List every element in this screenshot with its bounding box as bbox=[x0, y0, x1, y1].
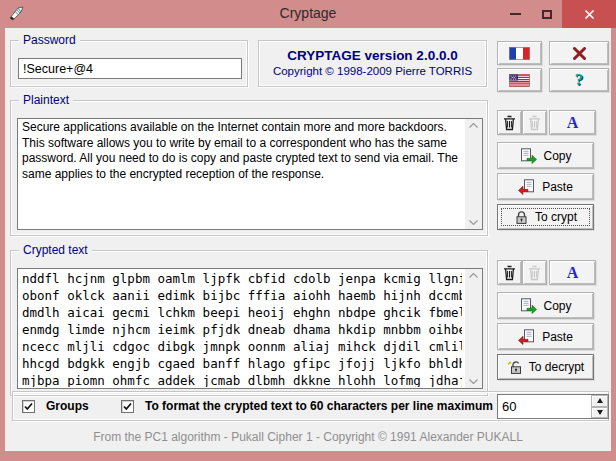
password-input[interactable] bbox=[18, 58, 242, 79]
english-language-button[interactable] bbox=[497, 68, 542, 92]
letter-a-icon: A bbox=[567, 264, 579, 282]
paste-button-label: Paste bbox=[542, 180, 573, 194]
letter-a-icon: A bbox=[567, 114, 579, 132]
trash-icon bbox=[502, 115, 517, 131]
groups-checkbox[interactable] bbox=[22, 400, 35, 413]
french-language-button[interactable] bbox=[497, 41, 542, 65]
open-padlock-key-icon bbox=[507, 360, 523, 375]
checkmark-icon bbox=[122, 401, 133, 412]
maximize-button[interactable] bbox=[531, 0, 562, 28]
plaintext-copy-button[interactable]: Copy bbox=[497, 142, 594, 169]
titlebar[interactable]: Cryptage bbox=[0, 0, 616, 28]
line-length-input[interactable] bbox=[502, 398, 586, 415]
to-crypt-button-label: To crypt bbox=[535, 210, 577, 224]
crypted-paste-button[interactable]: Paste bbox=[497, 323, 594, 350]
password-label: Password bbox=[19, 33, 80, 47]
groups-option: Groups bbox=[22, 392, 89, 420]
spin-buttons bbox=[591, 395, 608, 418]
to-decrypt-button[interactable]: To decrypt bbox=[497, 354, 594, 380]
crypted-clear-button[interactable] bbox=[497, 260, 522, 285]
scroll-down-icon[interactable] bbox=[469, 220, 478, 225]
options-panel: Groups To format the crypted text to 60 … bbox=[12, 391, 609, 421]
status-bar: From the PC1 algorithm - Pukall Cipher 1… bbox=[5, 430, 611, 448]
crypted-copy-button[interactable]: Copy bbox=[497, 292, 594, 319]
line-length-spinbox bbox=[497, 394, 609, 419]
plaintext-group: Plaintext Secure applications available … bbox=[10, 100, 488, 236]
plaintext-font-button[interactable]: A bbox=[549, 110, 596, 135]
spin-up-button[interactable] bbox=[591, 395, 608, 407]
plaintext-label: Plaintext bbox=[19, 93, 73, 107]
maximize-icon bbox=[542, 10, 552, 19]
to-decrypt-button-label: To decrypt bbox=[529, 360, 584, 374]
paste-button-label: Paste bbox=[542, 330, 573, 344]
cryptage-window: Cryptage Password CRYPTAGE version 2.0.0… bbox=[0, 0, 616, 461]
spin-down-icon bbox=[597, 410, 603, 415]
trash-disabled-icon bbox=[527, 265, 542, 281]
checkmark-icon bbox=[23, 401, 34, 412]
us-flag-icon bbox=[509, 74, 530, 87]
paste-arrow-icon bbox=[518, 329, 536, 345]
plaintext-clear-disabled-button bbox=[522, 110, 547, 135]
scroll-up-icon[interactable] bbox=[469, 273, 478, 278]
crypted-text-group: Crypted text nddfl hcjnm glpbm oamlm ljp… bbox=[10, 250, 488, 396]
plaintext-textarea[interactable]: Secure applications available on the Int… bbox=[17, 118, 483, 230]
format-checkbox[interactable] bbox=[121, 400, 134, 413]
quit-button[interactable] bbox=[549, 41, 609, 65]
plaintext-content: Secure applications available on the Int… bbox=[22, 120, 462, 228]
trash-disabled-icon bbox=[527, 115, 542, 131]
minimize-icon bbox=[510, 13, 521, 15]
french-flag-icon bbox=[509, 47, 530, 60]
format-option: To format the crypted text to 60 charact… bbox=[121, 392, 493, 420]
to-crypt-button[interactable]: To crypt bbox=[497, 204, 594, 230]
crypted-clear-disabled-button bbox=[522, 260, 547, 285]
crypted-textarea[interactable]: nddfl hcjnm glpbm oamlm ljpfk cbfid cdol… bbox=[17, 268, 483, 389]
copy-button-label: Copy bbox=[543, 299, 571, 313]
copy-button-label: Copy bbox=[543, 149, 571, 163]
groups-checkbox-label[interactable]: Groups bbox=[46, 399, 89, 413]
minimize-button[interactable] bbox=[500, 0, 531, 28]
format-checkbox-label[interactable]: To format the crypted text to 60 charact… bbox=[145, 399, 493, 413]
scroll-up-icon[interactable] bbox=[469, 123, 478, 128]
close-icon bbox=[584, 9, 595, 20]
paste-arrow-icon bbox=[518, 179, 536, 195]
spin-up-icon bbox=[597, 398, 603, 403]
about-copyright: Copyright © 1998-2009 Pierre TORRIS bbox=[259, 65, 486, 77]
question-mark-icon: ? bbox=[575, 70, 584, 90]
plaintext-paste-button[interactable]: Paste bbox=[497, 173, 594, 200]
about-title: CRYPTAGE version 2.0.0.0 bbox=[259, 48, 486, 63]
copy-arrow-icon bbox=[519, 148, 537, 164]
plaintext-scrollbar[interactable] bbox=[465, 119, 482, 229]
crypted-content: nddfl hcjnm glpbm oamlm ljpfk cbfid cdol… bbox=[22, 270, 462, 387]
close-button[interactable] bbox=[562, 0, 616, 28]
plaintext-clear-button[interactable] bbox=[497, 110, 522, 135]
client-area: Password CRYPTAGE version 2.0.0.0 Copyri… bbox=[5, 28, 611, 451]
crypted-text-label: Crypted text bbox=[19, 243, 92, 257]
red-x-icon bbox=[572, 47, 587, 60]
password-group: Password bbox=[10, 40, 248, 87]
copy-arrow-icon bbox=[519, 298, 537, 314]
spin-down-button[interactable] bbox=[591, 407, 608, 419]
closed-padlock-icon bbox=[514, 210, 529, 225]
crypted-scrollbar[interactable] bbox=[465, 269, 482, 388]
trash-icon bbox=[502, 265, 517, 281]
help-button[interactable]: ? bbox=[549, 68, 609, 92]
crypted-font-button[interactable]: A bbox=[549, 260, 596, 285]
window-controls bbox=[500, 0, 616, 28]
scroll-down-icon[interactable] bbox=[469, 379, 478, 384]
about-panel: CRYPTAGE version 2.0.0.0 Copyright © 199… bbox=[258, 40, 487, 87]
